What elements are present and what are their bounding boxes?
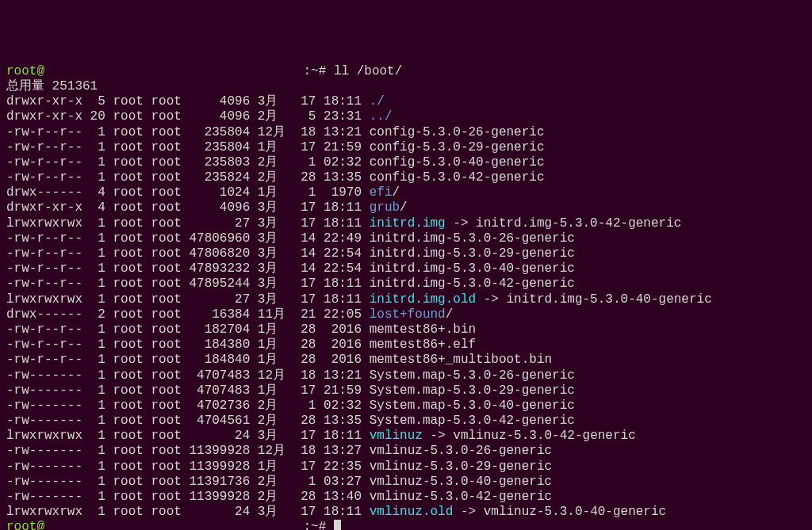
prompt-path: :~#: [303, 520, 333, 530]
link-arrow: ->: [476, 292, 506, 307]
total-text: 总用量 251361: [6, 79, 98, 93]
file-name: grub: [370, 200, 400, 215]
file-name: System.map-5.3.0-29-generic: [370, 383, 575, 398]
file-row: drwx------ 2 root root 16384 11月 21 22:0…: [6, 307, 806, 322]
file-meta: -rw-r--r-- 1 root root 235804 12月 18 13:…: [6, 125, 370, 139]
file-meta: -rw------- 1 root root 4704561 2月 28 13:…: [6, 414, 370, 428]
file-meta: drwxr-xr-x 4 root root 4096 3月 17 18:11: [6, 200, 370, 215]
cursor-icon[interactable]: [334, 520, 341, 530]
file-name: vmlinuz-5.3.0-26-generic: [370, 444, 552, 458]
file-meta: -rw-r--r-- 1 root root 184840 1月 28 2016: [6, 353, 370, 367]
file-name: initrd.img-5.3.0-40-generic: [370, 261, 575, 276]
file-row: -rw-r--r-- 1 root root 47895244 3月 17 18…: [6, 276, 806, 292]
file-meta: -rw-r--r-- 1 root root 47895244 3月 17 18…: [6, 276, 370, 291]
file-row: -rw-r--r-- 1 root root 184840 1月 28 2016…: [6, 353, 806, 368]
file-meta: lrwxrwxrwx 1 root root 27 3月 17 18:11: [6, 216, 370, 231]
file-name: config-5.3.0-26-generic: [370, 125, 545, 139]
link-arrow: ->: [446, 216, 476, 231]
file-row: drwxr-xr-x 5 root root 4096 3月 17 18:11 …: [6, 94, 806, 109]
file-meta: -rw------- 1 root root 4702736 2月 1 02:3…: [6, 398, 370, 413]
file-meta: lrwxrwxrwx 1 root root 27 3月 17 18:11: [6, 292, 370, 307]
file-row: drwxr-xr-x 4 root root 4096 3月 17 18:11 …: [6, 200, 806, 215]
file-meta: -rw------- 1 root root 11399928 1月 17 22…: [6, 459, 370, 474]
file-name: memtest86+.bin: [370, 322, 476, 337]
prompt-user: root: [6, 64, 36, 78]
link-target: vmlinuz-5.3.0-40-generic: [484, 505, 666, 519]
file-row: lrwxrwxrwx 1 root root 24 3月 17 18:11 vm…: [6, 429, 806, 444]
file-row: -rw-r--r-- 1 root root 47893232 3月 14 22…: [6, 261, 806, 276]
file-name: lost+found: [370, 307, 446, 322]
file-row: drwxr-xr-x 20 root root 4096 2月 5 23:31 …: [6, 109, 806, 124]
terminal-output[interactable]: root@ :~# ll /boot/总用量 251361drwxr-xr-x …: [6, 64, 806, 530]
file-row: -rw------- 1 root root 11399928 2月 28 13…: [6, 490, 806, 505]
file-row: -rw-r--r-- 1 root root 235804 1月 17 21:5…: [6, 140, 806, 155]
prompt-line[interactable]: root@ :~#: [6, 520, 806, 530]
file-row: drwx------ 4 root root 1024 1月 1 1970 ef…: [6, 185, 806, 200]
prompt-at: @: [36, 520, 44, 530]
prompt-line: root@ :~# ll /boot/: [6, 64, 806, 79]
file-row: -rw------- 1 root root 11391736 2月 1 03:…: [6, 475, 806, 490]
file-meta: -rw-r--r-- 1 root root 47893232 3月 14 22…: [6, 261, 370, 276]
file-name: System.map-5.3.0-40-generic: [370, 398, 575, 413]
file-row: -rw------- 1 root root 4702736 2月 1 02:3…: [6, 398, 806, 414]
file-name: System.map-5.3.0-42-generic: [370, 414, 575, 428]
file-name: vmlinuz-5.3.0-42-generic: [370, 490, 552, 504]
file-meta: -rw-r--r-- 1 root root 47806960 3月 14 22…: [6, 231, 370, 246]
typed-command: ll /boot/: [334, 64, 402, 78]
file-row: lrwxrwxrwx 1 root root 27 3月 17 18:11 in…: [6, 216, 806, 231]
file-row: -rw-r--r-- 1 root root 47806820 3月 14 22…: [6, 246, 806, 261]
file-name: System.map-5.3.0-26-generic: [370, 368, 575, 383]
link-arrow: ->: [453, 505, 483, 519]
file-row: -rw-r--r-- 1 root root 235803 2月 1 02:32…: [6, 155, 806, 170]
prompt-host: [44, 64, 303, 78]
total-line: 总用量 251361: [6, 79, 806, 94]
file-row: lrwxrwxrwx 1 root root 24 3月 17 18:11 vm…: [6, 505, 806, 520]
file-name: vmlinuz: [370, 429, 423, 443]
file-row: -rw-r--r-- 1 root root 47806960 3月 14 22…: [6, 231, 806, 246]
file-row: -rw------- 1 root root 4707483 12月 18 13…: [6, 368, 806, 383]
file-name: initrd.img-5.3.0-26-generic: [370, 231, 575, 246]
link-target: initrd.img-5.3.0-40-generic: [507, 292, 712, 307]
file-row: -rw-r--r-- 1 root root 235824 2月 28 13:3…: [6, 170, 806, 185]
link-arrow: ->: [423, 429, 453, 443]
file-name: initrd.img-5.3.0-29-generic: [370, 246, 575, 261]
file-meta: -rw------- 1 root root 4707483 12月 18 13…: [6, 368, 370, 383]
file-name: memtest86+_multiboot.bin: [370, 353, 552, 367]
file-meta: drwx------ 2 root root 16384 11月 21 22:0…: [6, 307, 370, 322]
file-name: efi: [370, 185, 393, 200]
file-meta: -rw------- 1 root root 11399928 12月 18 1…: [6, 444, 370, 458]
file-meta: drwxr-xr-x 5 root root 4096 3月 17 18:11: [6, 94, 370, 109]
file-name: vmlinuz-5.3.0-29-generic: [370, 459, 552, 474]
link-arrow: /: [392, 185, 400, 200]
file-row: -rw------- 1 root root 4704561 2月 28 13:…: [6, 414, 806, 429]
prompt-path: :~#: [303, 64, 333, 78]
file-meta: -rw-r--r-- 1 root root 182704 1月 28 2016: [6, 322, 370, 337]
file-meta: lrwxrwxrwx 1 root root 24 3月 17 18:11: [6, 505, 370, 519]
file-name: vmlinuz.old: [370, 505, 454, 519]
link-arrow: /: [446, 307, 454, 322]
file-row: -rw------- 1 root root 4707483 1月 17 21:…: [6, 383, 806, 398]
file-meta: drwx------ 4 root root 1024 1月 1 1970: [6, 185, 370, 200]
file-meta: -rw------- 1 root root 11399928 2月 28 13…: [6, 490, 370, 504]
file-name: initrd.img: [370, 216, 446, 231]
file-row: -rw-r--r-- 1 root root 182704 1月 28 2016…: [6, 322, 806, 337]
link-arrow: /: [400, 200, 408, 215]
file-meta: lrwxrwxrwx 1 root root 24 3月 17 18:11: [6, 429, 370, 443]
link-target: vmlinuz-5.3.0-42-generic: [453, 429, 635, 443]
file-meta: -rw------- 1 root root 11391736 2月 1 03:…: [6, 475, 370, 489]
file-name: initrd.img.old: [370, 292, 476, 307]
file-meta: -rw------- 1 root root 4707483 1月 17 21:…: [6, 383, 370, 398]
prompt-host: [44, 520, 303, 530]
file-meta: drwxr-xr-x 20 root root 4096 2月 5 23:31: [6, 109, 370, 124]
file-meta: -rw-r--r-- 1 root root 235804 1月 17 21:5…: [6, 140, 370, 154]
link-target: initrd.img-5.3.0-42-generic: [476, 216, 681, 231]
file-meta: -rw-r--r-- 1 root root 235824 2月 28 13:3…: [6, 170, 370, 185]
file-meta: -rw-r--r-- 1 root root 184380 1月 28 2016: [6, 337, 370, 352]
file-name: vmlinuz-5.3.0-40-generic: [370, 475, 552, 489]
file-row: lrwxrwxrwx 1 root root 27 3月 17 18:11 in…: [6, 292, 806, 307]
file-name: memtest86+.elf: [370, 337, 476, 352]
file-name: config-5.3.0-40-generic: [370, 155, 545, 170]
file-row: -rw-r--r-- 1 root root 235804 12月 18 13:…: [6, 125, 806, 140]
file-name: ../: [370, 109, 393, 124]
file-row: -rw-r--r-- 1 root root 184380 1月 28 2016…: [6, 337, 806, 353]
